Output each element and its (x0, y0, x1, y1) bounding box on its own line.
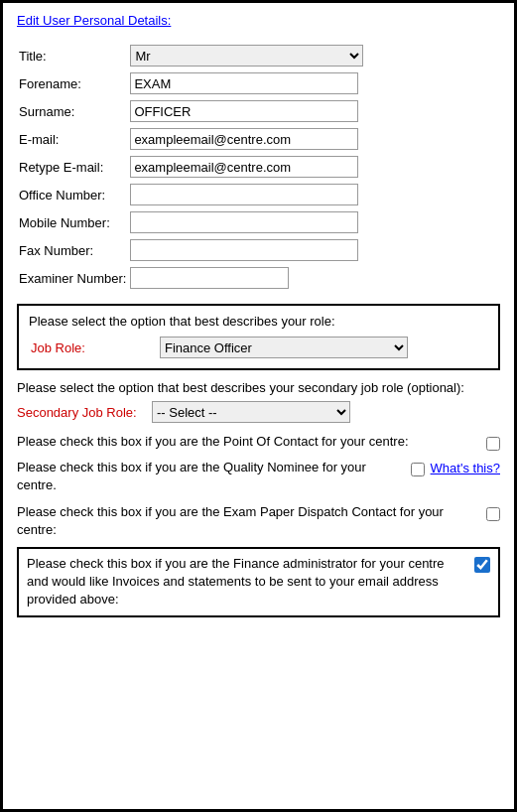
mobile-number-label: Mobile Number: (17, 208, 128, 236)
title-label: Title: (17, 42, 128, 69)
personal-details-form: Title: Mr Mrs Ms Miss Dr Prof Forename: … (17, 42, 500, 292)
job-role-label: Job Role: (29, 335, 158, 360)
examiner-number-label: Examiner Number: (17, 264, 128, 292)
examiner-number-input[interactable] (130, 267, 289, 289)
title-select[interactable]: Mr Mrs Ms Miss Dr Prof (130, 45, 363, 67)
checkboxes-section: Please check this box if you are the Poi… (17, 433, 500, 539)
office-number-label: Office Number: (17, 181, 128, 208)
secondary-job-role-description: Please select the option that best descr… (17, 380, 500, 395)
email-label: E-mail: (17, 125, 128, 153)
job-role-table: Job Role: Finance Officer Head of Centre… (29, 335, 488, 360)
job-role-description: Please select the option that best descr… (29, 314, 488, 329)
poc-row: Please check this box if you are the Poi… (17, 433, 500, 451)
finance-admin-box: Please check this box if you are the Fin… (17, 547, 500, 617)
quality-nominee-checkbox[interactable] (411, 463, 425, 476)
secondary-job-role-select[interactable]: -- Select -- Finance Officer Head of Cen… (152, 401, 350, 423)
fax-number-label: Fax Number: (17, 236, 128, 264)
job-role-select[interactable]: Finance Officer Head of Centre Exams Off… (160, 337, 408, 358)
poc-checkbox[interactable] (486, 437, 500, 451)
office-number-input[interactable] (130, 184, 358, 205)
forename-input[interactable] (130, 72, 358, 94)
page-title[interactable]: Edit User Personal Details: (17, 13, 171, 28)
exam-paper-checkbox[interactable] (486, 507, 500, 521)
retype-email-input[interactable] (130, 156, 358, 178)
quality-nominee-label: Please check this box if you are the Qua… (17, 459, 403, 494)
poc-label: Please check this box if you are the Poi… (17, 433, 478, 451)
exam-paper-row: Please check this box if you are the Exa… (17, 503, 500, 539)
whats-this-link[interactable]: What's this? (431, 461, 500, 475)
exam-paper-label: Please check this box if you are the Exa… (17, 503, 478, 539)
secondary-job-role-section: Please select the option that best descr… (17, 380, 500, 423)
surname-label: Surname: (17, 97, 128, 125)
secondary-role-row: Secondary Job Role: -- Select -- Finance… (17, 401, 500, 423)
finance-admin-row: Please check this box if you are the Fin… (27, 555, 490, 609)
job-role-section: Please select the option that best descr… (17, 304, 500, 370)
email-input[interactable] (130, 128, 358, 150)
forename-label: Forename: (17, 69, 128, 97)
secondary-job-role-label: Secondary Job Role: (17, 405, 146, 420)
finance-admin-label: Please check this box if you are the Fin… (27, 555, 466, 609)
mobile-number-input[interactable] (130, 211, 358, 233)
surname-input[interactable] (130, 100, 358, 122)
fax-number-input[interactable] (130, 239, 358, 261)
finance-admin-checkbox[interactable] (474, 557, 490, 573)
quality-nominee-row: Please check this box if you are the Qua… (17, 459, 500, 494)
retype-email-label: Retype E-mail: (17, 153, 128, 181)
